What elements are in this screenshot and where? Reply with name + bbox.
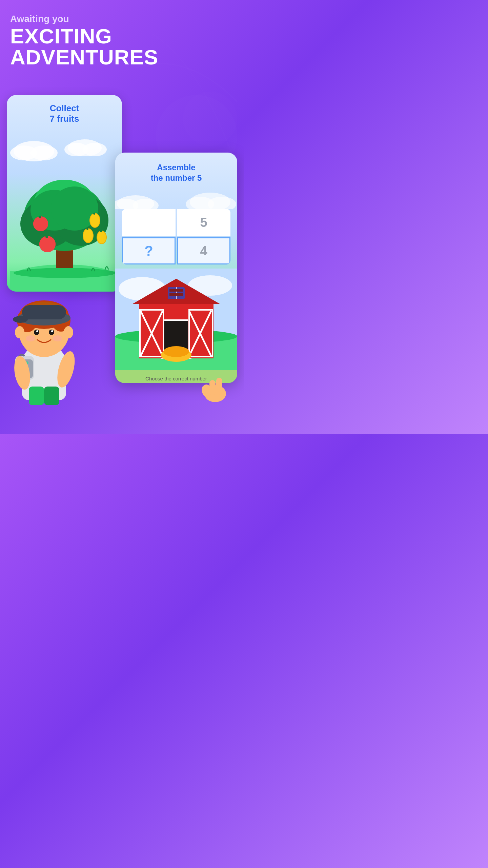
svg-rect-75: [44, 387, 59, 405]
svg-point-32: [86, 228, 88, 230]
svg-point-34: [97, 231, 106, 243]
svg-point-28: [90, 214, 100, 227]
barn-svg: [115, 269, 237, 370]
svg-rect-85: [22, 305, 66, 319]
svg-rect-97: [216, 378, 222, 395]
collect-fruits-card: Collect 7 fruits: [7, 95, 122, 292]
svg-point-94: [64, 326, 73, 338]
svg-rect-65: [169, 289, 183, 292]
svg-point-91: [26, 335, 35, 341]
svg-point-22: [33, 216, 48, 231]
svg-point-35: [100, 230, 102, 232]
num-cell-question[interactable]: ?: [122, 237, 176, 264]
header-section: Awaiting you EXCITING ADVENTURES: [10, 14, 158, 68]
title-line2: ADVENTURES: [10, 47, 158, 68]
number-grid: 5 ? 4: [122, 209, 230, 264]
num-cell-top-left: [122, 209, 176, 236]
hand-pointer: [200, 368, 230, 403]
card2-clouds: [115, 189, 237, 209]
card1-title: Collect 7 fruits: [14, 103, 115, 124]
num-cell-answer: 4: [177, 237, 230, 264]
card2-title: Assemble the number 5: [122, 162, 230, 183]
svg-point-90: [51, 330, 53, 332]
num-cell-top-right: 5: [177, 209, 230, 236]
svg-point-89: [36, 330, 38, 332]
assemble-number-card: Assemble the number 5 5 ? 4: [115, 153, 237, 383]
barn-scene: [115, 269, 237, 370]
card2-header: Assemble the number 5: [115, 153, 237, 189]
svg-rect-74: [29, 387, 44, 405]
svg-point-23: [39, 216, 41, 218]
svg-point-88: [49, 330, 54, 335]
svg-rect-66: [169, 293, 183, 296]
card1-header: Collect 7 fruits: [7, 95, 122, 127]
hand-pointer-svg: [200, 368, 230, 402]
svg-point-87: [34, 330, 39, 335]
svg-point-26: [45, 235, 48, 238]
svg-point-86: [13, 316, 28, 323]
svg-point-25: [39, 236, 56, 252]
svg-point-29: [93, 213, 95, 215]
svg-point-1: [183, 92, 237, 146]
svg-point-92: [53, 335, 62, 341]
header-title: EXCITING ADVENTURES: [10, 26, 158, 68]
title-line1: EXCITING: [10, 26, 158, 47]
card2-clouds-svg: [115, 189, 237, 209]
svg-point-64: [163, 346, 189, 357]
svg-point-31: [83, 229, 93, 242]
character-svg: [0, 264, 92, 407]
character-boy: [0, 264, 92, 407]
header-subtitle: Awaiting you: [10, 14, 158, 24]
svg-point-93: [15, 326, 24, 338]
